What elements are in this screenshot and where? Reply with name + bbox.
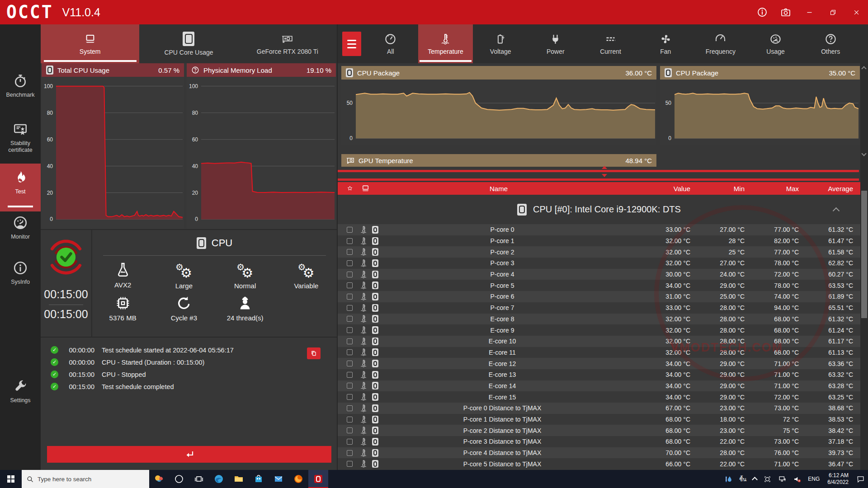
row-checkbox[interactable] xyxy=(347,227,353,233)
sensor-tab-power[interactable]: Power xyxy=(528,24,583,63)
row-checkbox[interactable] xyxy=(347,282,353,288)
sensor-row-e-core-15[interactable]: E-core 1534.00 °C29.00 °C72.00 °C63.25 °… xyxy=(338,391,860,403)
cortana-icon[interactable] xyxy=(169,470,189,488)
edge-browser-icon[interactable] xyxy=(209,470,229,488)
splitter-up-arrow[interactable] xyxy=(602,166,607,169)
row-checkbox[interactable] xyxy=(347,417,353,422)
language-indicator[interactable]: ENG xyxy=(805,470,823,488)
action-center-icon[interactable] xyxy=(853,470,868,488)
sensor-row-e-core-10[interactable]: E-core 1032.00 °C28.00 °C68.00 °C61.17 °… xyxy=(338,336,860,347)
sidebar-item-sysinfo[interactable]: SysInfo xyxy=(0,260,41,287)
sensor-row-p-core-2[interactable]: P-core 232.00 °C25 °C77.00 °C61.58 °C xyxy=(338,246,860,258)
column-min[interactable]: Min xyxy=(690,185,745,192)
row-checkbox[interactable] xyxy=(347,327,353,333)
sensor-row-p-core-3-distance-to-tjmax[interactable]: P-core 3 Distance to TjMAX68.00 °C22.00 … xyxy=(338,436,860,447)
row-checkbox[interactable] xyxy=(347,361,353,366)
tray-status-icon[interactable] xyxy=(760,470,775,488)
firefox-icon[interactable] xyxy=(288,470,308,488)
scroll-down-icon[interactable] xyxy=(861,151,866,156)
row-checkbox[interactable] xyxy=(347,260,353,266)
info-icon[interactable] xyxy=(757,7,768,18)
sensor-row-p-core-1-distance-to-tjmax[interactable]: P-core 1 Distance to TjMAX68.00 °C18.00 … xyxy=(338,414,860,425)
column-value[interactable]: Value xyxy=(623,185,690,192)
restore-button[interactable] xyxy=(821,0,844,24)
column-average[interactable]: Average xyxy=(799,185,853,192)
clock[interactable]: 6:12 AM 6/4/2022 xyxy=(823,472,853,486)
sensor-row-p-core-0-distance-to-tjmax[interactable]: P-core 0 Distance to TjMAX67.00 °C23.00 … xyxy=(338,403,860,414)
row-checkbox[interactable] xyxy=(347,405,353,411)
sensor-row-p-core-0[interactable]: P-core 033.00 °C27.00 °C77.00 °C61.32 °C xyxy=(338,224,860,235)
row-checkbox[interactable] xyxy=(347,372,353,378)
sensor-row-e-core-12[interactable]: E-core 1234.00 °C29.00 °C71.00 °C63.36 °… xyxy=(338,358,860,369)
sensor-row-p-core-7[interactable]: P-core 733.00 °C28.00 °C94.00 °C65.51 °C xyxy=(338,302,860,314)
task-view-icon[interactable] xyxy=(189,470,209,488)
row-checkbox[interactable] xyxy=(347,383,353,389)
row-checkbox[interactable] xyxy=(347,249,353,255)
tab-system[interactable]: System xyxy=(41,24,139,63)
sensor-tab-others[interactable]: Others xyxy=(803,24,858,63)
humidity-widget-icon[interactable] xyxy=(721,470,736,488)
row-checkbox[interactable] xyxy=(347,450,353,456)
gpu-temperature-bar[interactable]: GPU Temperature 48.94 °C xyxy=(341,154,656,167)
row-checkbox[interactable] xyxy=(347,272,353,277)
scrollbar-thumb[interactable] xyxy=(861,191,867,318)
column-name[interactable]: Name xyxy=(375,185,623,192)
sensor-row-p-core-4[interactable]: P-core 430.00 °C24.00 °C72.00 °C60.27 °C xyxy=(338,269,860,280)
sensor-row-p-core-3[interactable]: P-core 332.00 °C27.00 °C78.00 °C62.82 °C xyxy=(338,258,860,269)
splitter-bar-top[interactable] xyxy=(338,170,859,172)
sensor-row-p-core-4-distance-to-tjmax[interactable]: P-core 4 Distance to TjMAX70.00 °C28.00 … xyxy=(338,447,860,459)
laptop-icon[interactable] xyxy=(361,184,370,192)
sensor-row-e-core-14[interactable]: E-core 1434.00 °C29.00 °C71.00 °C63.28 °… xyxy=(338,380,860,392)
network-icon[interactable] xyxy=(775,470,790,488)
row-checkbox[interactable] xyxy=(347,238,353,244)
sidebar-item-benchmark[interactable]: Benchmark xyxy=(0,73,41,100)
row-checkbox[interactable] xyxy=(347,349,353,355)
sidebar-item-stability-certificate[interactable]: Stability certificate xyxy=(0,122,41,154)
sensor-tab-fan[interactable]: Fan xyxy=(638,24,693,63)
row-checkbox[interactable] xyxy=(347,294,353,300)
hamburger-menu-button[interactable] xyxy=(342,32,361,56)
row-checkbox[interactable] xyxy=(347,338,353,344)
row-checkbox[interactable] xyxy=(347,427,353,433)
sensor-row-e-core-8[interactable]: E-core 832.00 °C28.00 °C68.00 °C61.32 °C xyxy=(338,314,860,325)
row-checkbox[interactable] xyxy=(347,394,353,400)
microsoft-store-icon[interactable] xyxy=(249,470,269,488)
start-button[interactable] xyxy=(0,470,22,488)
row-checkbox[interactable] xyxy=(347,461,353,467)
sensor-row-p-core-5-distance-to-tjmax[interactable]: P-core 5 Distance to TjMAX66.00 °C22.00 … xyxy=(338,458,860,469)
minimize-button[interactable] xyxy=(797,0,821,24)
cpu-section-header[interactable]: CPU [#0]: Intel Core i9-12900K: DTS xyxy=(338,195,860,224)
sidebar-item-settings[interactable]: Settings xyxy=(0,379,41,406)
tab-geforce-rtx-2080-ti[interactable]: GeForce RTX 2080 Ti xyxy=(238,24,337,63)
sensor-row-e-core-11[interactable]: E-core 1132.00 °C28.00 °C68.00 °C61.13 °… xyxy=(338,347,860,358)
sensor-tab-all[interactable]: All xyxy=(363,24,418,63)
sensor-tab-temperature[interactable]: Temperature xyxy=(418,24,473,63)
column-max[interactable]: Max xyxy=(745,185,799,192)
weather-label[interactable]: ชื้น xyxy=(736,470,750,488)
tray-expand-chevron-icon[interactable] xyxy=(750,470,760,488)
sensor-tab-voltage[interactable]: Voltage xyxy=(473,24,528,63)
search-highlights-icon[interactable] xyxy=(149,470,169,488)
sensor-row-p-core-6[interactable]: P-core 631.00 °C25.00 °C74.00 °C61.89 °C xyxy=(338,291,860,302)
occt-taskbar-icon[interactable] xyxy=(308,470,328,488)
scroll-up-icon[interactable] xyxy=(861,66,866,71)
sensor-row-p-core-2-distance-to-tjmax[interactable]: P-core 2 Distance to TjMAX68.00 °C23.00 … xyxy=(338,425,860,436)
splitter-down-arrow[interactable] xyxy=(602,174,607,177)
row-checkbox[interactable] xyxy=(347,439,353,445)
sensor-row-e-core-9[interactable]: E-core 932.00 °C28.00 °C68.00 °C61.24 °C xyxy=(338,324,860,336)
row-checkbox[interactable] xyxy=(347,305,353,311)
row-checkbox[interactable] xyxy=(347,316,353,322)
run-test-button[interactable] xyxy=(47,446,331,463)
sensor-row-p-core-1[interactable]: P-core 132.00 °C28 °C82.00 °C61.47 °C xyxy=(338,235,860,247)
sidebar-item-monitor[interactable]: Monitor xyxy=(0,215,41,242)
splitter-bar-bottom[interactable] xyxy=(338,178,859,181)
sidebar-item-test[interactable]: Test xyxy=(0,164,41,211)
vertical-scrollbar[interactable] xyxy=(860,63,868,470)
copy-log-button[interactable] xyxy=(307,347,321,359)
tab-cpu-core-usage[interactable]: CPU Core Usage xyxy=(139,24,238,63)
screenshot-camera-icon[interactable] xyxy=(780,7,791,18)
sensor-row-p-core-5[interactable]: P-core 534.00 °C29.00 °C78.00 °C63.53 °C xyxy=(338,280,860,291)
sensor-row-e-core-13[interactable]: E-core 1334.00 °C29.00 °C71.00 °C63.32 °… xyxy=(338,369,860,380)
collapse-chevron-icon[interactable] xyxy=(833,207,840,215)
sensor-tab-frequency[interactable]: Frequency xyxy=(693,24,748,63)
